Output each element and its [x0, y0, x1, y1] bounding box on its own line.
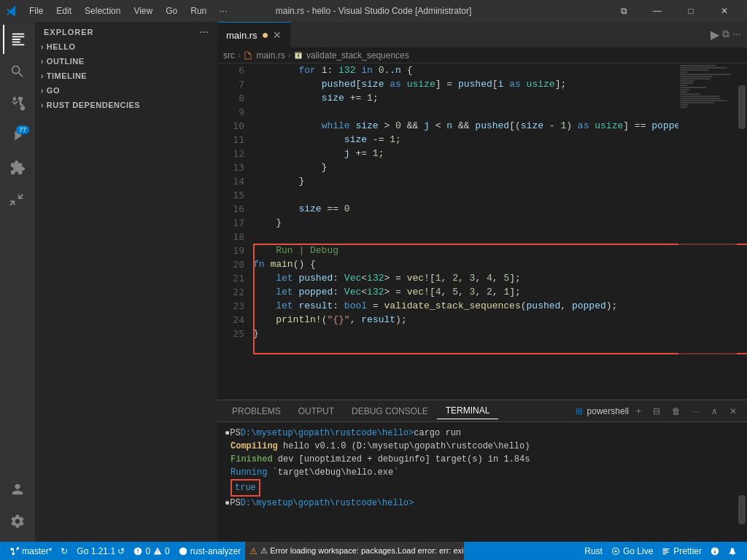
terminal-line-compiling: Compiling hello v0.1.0 (D:\mysetup\gopat… [225, 440, 729, 453]
close-terminal-icon[interactable]: ✕ [725, 405, 741, 418]
tab-close-icon[interactable]: ✕ [273, 29, 282, 41]
titlebar-menu: File Edit Selection View Go Run ··· [23, 4, 233, 18]
sidebar-go-header[interactable]: › GO [35, 83, 217, 98]
section-outline: › OUTLINE [35, 54, 217, 69]
menu-more[interactable]: ··· [214, 4, 233, 18]
tab-modified-dot: ● [262, 28, 269, 42]
chevron-up-icon[interactable]: ∧ [707, 405, 722, 418]
terminal-line-result: true [225, 479, 729, 497]
breadcrumb-function[interactable]: validate_stack_sequences [294, 50, 409, 61]
status-go-live[interactable]: Go Live [607, 542, 657, 560]
status-sync[interactable]: ↻ [56, 542, 72, 560]
terminal-scroll-thumb[interactable] [738, 495, 746, 524]
breadcrumb-sep-1: › [238, 50, 241, 61]
menu-edit[interactable]: Edit [50, 4, 77, 18]
sync-icon: ↻ [61, 546, 68, 556]
titlebar: File Edit Selection View Go Run ··· main… [0, 0, 747, 22]
tabs-bar: main.rs ● ✕ ▶ ⧉ ··· [217, 22, 747, 47]
activity-explorer[interactable] [3, 25, 32, 54]
activitybar: 77 [0, 22, 35, 542]
sidebar-rust-header[interactable]: › RUST DEPENDENCIES [35, 98, 217, 112]
add-terminal-icon[interactable]: + [632, 405, 646, 418]
chevron-right-icon: › [41, 58, 44, 66]
term-ps1: ● [225, 427, 230, 440]
tab-problems[interactable]: PROBLEMS [223, 403, 290, 419]
menu-file[interactable]: File [23, 4, 49, 18]
menu-run[interactable]: Run [185, 4, 212, 18]
more-tabs-icon[interactable]: ··· [732, 28, 741, 42]
status-prettier[interactable]: Prettier [657, 542, 706, 560]
restore-btn[interactable]: □ [674, 0, 708, 22]
layout-split-icon[interactable]: ⧉ [722, 28, 729, 42]
app: 77 EXPLORER ··· › HELLO [0, 22, 747, 542]
terminal-line-running: Running `target\debug\hello.exe` [225, 466, 729, 479]
status-rust-analyzer[interactable]: rust-analyzer [174, 542, 245, 560]
chevron-right-icon: › [41, 87, 44, 95]
status-language[interactable]: Rust [580, 542, 607, 560]
status-errors[interactable]: 0 0 [129, 542, 174, 560]
status-feedback[interactable] [706, 542, 724, 560]
minimize-btn[interactable]: — [640, 0, 674, 22]
terminal-content[interactable]: ● PS D:\mysetup\gopath\rustcode\hello> c… [217, 422, 737, 542]
status-notifications[interactable] [724, 542, 741, 560]
activity-search[interactable] [3, 57, 32, 86]
editor-content[interactable]: 6 7 8 9 10 11 12 13 14 15 16 17 18 19 20… [217, 63, 747, 400]
editor-scroll-thumb[interactable] [738, 85, 746, 129]
status-branch-name: master* [22, 546, 52, 556]
terminal-panel: PROBLEMS OUTPUT DEBUG CONSOLE TERMINAL ⊞… [217, 400, 747, 542]
terminal-toolbar: ⊞ powershell + ⊟ 🗑 ··· ∧ ✕ [576, 405, 741, 418]
more-terminal-icon[interactable]: ··· [688, 405, 704, 418]
activity-extensions[interactable] [3, 153, 32, 182]
menu-view[interactable]: View [128, 4, 158, 18]
terminal-tabs: PROBLEMS OUTPUT DEBUG CONSOLE TERMINAL ⊞… [217, 400, 747, 422]
trash-terminal-icon[interactable]: 🗑 [667, 405, 685, 418]
chevron-right-icon: › [41, 72, 44, 80]
activity-source-control[interactable] [3, 89, 32, 118]
status-error-msg[interactable]: ⚠ ⚠ Error loading workspace: packages.Lo… [245, 542, 464, 560]
rust-analyzer-text: rust-analyzer [190, 546, 241, 556]
code-area[interactable]: for i: i32 in 0..n { pushed[size as usiz… [250, 63, 678, 400]
sidebar-header: EXPLORER ··· [35, 22, 217, 39]
tab-main-rs[interactable]: main.rs ● ✕ [217, 22, 291, 47]
sidebar-hello-header[interactable]: › HELLO [35, 39, 217, 54]
sidebar-more-icon[interactable]: ··· [200, 28, 209, 36]
terminal-body: ● PS D:\mysetup\gopath\rustcode\hello> c… [217, 422, 747, 542]
section-rust-deps: › RUST DEPENDENCIES [35, 98, 217, 112]
line-numbers: 6 7 8 9 10 11 12 13 14 15 16 17 18 19 20… [217, 63, 250, 400]
menu-go[interactable]: Go [160, 4, 183, 18]
breadcrumb-src[interactable]: src [223, 50, 235, 61]
activity-testing[interactable] [3, 185, 32, 214]
terminal-line-finished: Finished dev [unoptimized + debuginfo] t… [225, 453, 729, 466]
editor-scrollbar[interactable] [737, 63, 747, 400]
close-btn[interactable]: ✕ [708, 0, 741, 22]
warning-triangle-icon: ⚠ [249, 546, 258, 556]
activity-account[interactable] [3, 475, 32, 504]
status-branch[interactable]: master* [6, 542, 56, 560]
activity-settings[interactable] [3, 507, 32, 536]
sidebar-timeline-header[interactable]: › TIMELINE [35, 69, 217, 83]
statusbar: master* ↻ Go 1.21.1 ↺ 0 0 rust-analyzer … [0, 542, 747, 560]
breadcrumb-file[interactable]: main.rs [244, 50, 285, 61]
activity-run-debug[interactable]: 77 [3, 121, 32, 150]
minimap [678, 63, 737, 400]
terminal-line-prompt: ● PS D:\mysetup\gopath\rustcode\hello> [225, 497, 729, 510]
titlebar-controls: ⧉ — □ ✕ [607, 0, 741, 22]
split-terminal-icon[interactable]: ⊟ [649, 405, 665, 418]
tab-debug-console[interactable]: DEBUG CONSOLE [343, 403, 437, 419]
titlebar-left: File Edit Selection View Go Run ··· [6, 4, 233, 18]
tab-terminal[interactable]: TERMINAL [437, 402, 499, 419]
run-icon[interactable]: ▶ [711, 28, 719, 42]
terminal-scrollbar[interactable] [737, 422, 747, 542]
sidebar-outline-header[interactable]: › OUTLINE [35, 54, 217, 69]
section-hello: › HELLO [35, 39, 217, 54]
editor-area: main.rs ● ✕ ▶ ⧉ ··· src › main.rs › vali… [217, 22, 747, 542]
tab-output[interactable]: OUTPUT [290, 403, 343, 419]
breadcrumb: src › main.rs › validate_stack_sequences [217, 47, 747, 63]
warning-count: 0 [165, 546, 170, 556]
minimap-content [678, 63, 737, 109]
vscode-logo-icon [6, 5, 18, 17]
status-go-version[interactable]: Go 1.21.1 ↺ [72, 542, 129, 560]
layout-btn[interactable]: ⧉ [607, 0, 640, 22]
chevron-right-icon: › [41, 43, 44, 51]
menu-selection[interactable]: Selection [79, 4, 126, 18]
